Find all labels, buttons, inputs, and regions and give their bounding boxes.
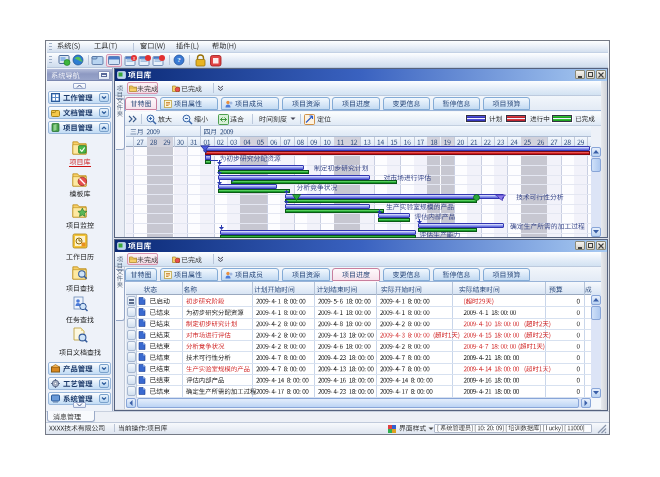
- svg-text:?: ?: [177, 56, 181, 64]
